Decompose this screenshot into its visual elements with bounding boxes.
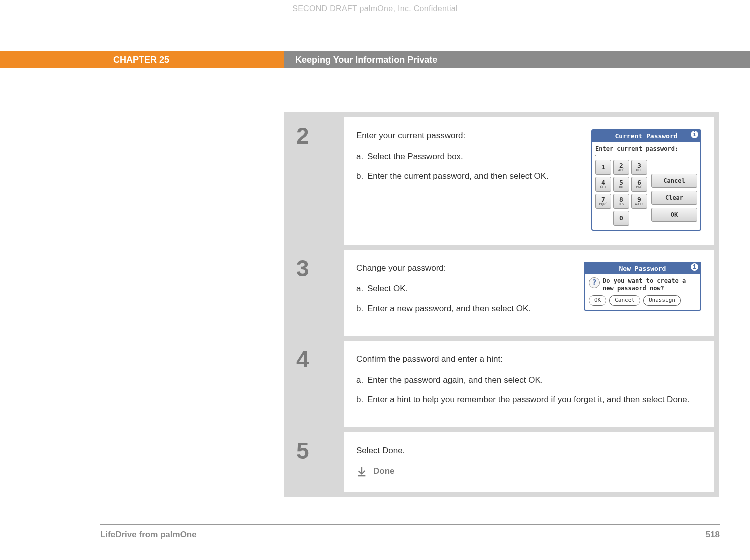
info-icon[interactable]: i — [691, 263, 698, 271]
step-row: 2 Enter your current password: a. Select… — [284, 112, 719, 245]
substep-label: b. — [356, 393, 367, 406]
key-5[interactable]: 5JKL — [613, 177, 629, 192]
key-digit: 8 — [619, 196, 623, 203]
key-digit: 6 — [637, 179, 641, 186]
substep-text: Select the Password box. — [367, 150, 576, 163]
substep: a. Select OK. — [356, 282, 569, 295]
step-lead: Change your password: — [356, 262, 569, 275]
key-letters: GHI — [600, 186, 607, 189]
step-text: Enter your current password: a. Select t… — [356, 129, 576, 231]
cancel-button[interactable]: Cancel — [609, 295, 640, 306]
step-text: Select Done. Done — [356, 444, 701, 478]
key-8[interactable]: 8TUV — [613, 194, 629, 209]
info-icon[interactable]: i — [691, 131, 698, 138]
step-body: Change your password: a. Select OK. b. E… — [344, 250, 714, 336]
done-row: Done — [356, 465, 701, 478]
device-title-bar: Current Password i — [592, 130, 700, 142]
step-number: 5 — [289, 432, 344, 492]
key-digit: 1 — [601, 164, 605, 170]
substep-label: a. — [356, 374, 367, 387]
ok-button[interactable]: OK — [589, 295, 606, 306]
substep-label: a. — [356, 282, 367, 295]
substep-label: b. — [356, 302, 367, 315]
substep-text: Enter the password again, and then selec… — [367, 374, 701, 387]
substep-text: Enter a new password, and then select OK… — [367, 302, 569, 315]
step-number-text: 5 — [296, 438, 309, 464]
step-lead: Enter your current password: — [356, 129, 576, 142]
steps-container: 2 Enter your current password: a. Select… — [284, 112, 719, 497]
step-lead: Select Done. — [356, 444, 701, 457]
header-bar: CHAPTER 25 Keeping Your Information Priv… — [0, 51, 750, 68]
key-7[interactable]: 7PQRS — [595, 194, 611, 209]
key-3[interactable]: 3DEF — [631, 160, 647, 175]
key-6[interactable]: 6MNO — [631, 177, 647, 192]
watermark-text: SECOND DRAFT palmOne, Inc. Confidential — [0, 4, 750, 13]
title-block: Keeping Your Information Private — [284, 51, 750, 68]
key-digit: 0 — [619, 215, 623, 221]
dialog-buttons: OK Cancel Unassign — [585, 294, 700, 310]
chapter-title: Keeping Your Information Private — [295, 55, 437, 65]
ok-button[interactable]: OK — [651, 208, 697, 222]
substep: a. Select the Password box. — [356, 150, 576, 163]
step-number: 3 — [289, 250, 344, 336]
step-row: 3 Change your password: a. Select OK. b.… — [284, 245, 719, 336]
step-lead: Confirm the password and enter a hint: — [356, 353, 701, 366]
done-arrow-icon — [356, 466, 367, 477]
dialog-body: ? Do you want to create a new password n… — [585, 274, 700, 294]
substep: a. Enter the password again, and then se… — [356, 374, 701, 387]
step-number: 2 — [289, 117, 344, 245]
device-title-bar: New Password i — [585, 263, 700, 275]
numeric-keypad: 1 2ABC 3DEF 4GHI 5JKL 6MNO 7PQRS 8TUV 9W… — [595, 160, 647, 226]
device-title-text: Current Password — [615, 132, 677, 140]
footer-product: LifeDrive from palmOne — [100, 530, 197, 540]
device-current-password: Current Password i Enter current passwor… — [591, 129, 701, 231]
key-letters: JKL — [618, 186, 625, 189]
chapter-label: CHAPTER 25 — [113, 55, 169, 65]
substep-label: b. — [356, 170, 367, 183]
question-icon: ? — [589, 277, 600, 288]
substep-text: Select OK. — [367, 282, 569, 295]
footer-page-number: 518 — [706, 530, 720, 540]
key-9[interactable]: 9WXYZ — [631, 194, 647, 209]
key-1[interactable]: 1 — [595, 160, 611, 175]
dialog-question: Do you want to create a new password now… — [603, 277, 696, 292]
clear-button[interactable]: Clear — [651, 191, 697, 205]
chapter-block: CHAPTER 25 — [0, 51, 284, 68]
step-text: Confirm the password and enter a hint: a… — [356, 353, 701, 413]
step-number: 4 — [289, 341, 344, 427]
substep-text: Enter a hint to help you remember the pa… — [367, 393, 701, 406]
key-letters: ABC — [618, 169, 625, 172]
key-digit: 7 — [601, 196, 605, 203]
key-digit: 5 — [619, 179, 623, 186]
device-prompt: Enter current password: — [592, 142, 700, 154]
key-4[interactable]: 4GHI — [595, 177, 611, 192]
step-number-text: 2 — [296, 123, 309, 149]
key-2[interactable]: 2ABC — [613, 160, 629, 175]
substep-text: Enter the current password, and then sel… — [367, 170, 576, 183]
key-digit: 2 — [619, 162, 623, 169]
substep: b. Enter a hint to help you remember the… — [356, 393, 701, 406]
key-letters: MNO — [636, 186, 643, 189]
key-letters: TUV — [618, 203, 625, 206]
side-buttons: Cancel Clear OK — [651, 160, 697, 226]
step-body: Select Done. Done — [344, 432, 714, 492]
key-letters: WXYZ — [635, 203, 644, 206]
unassign-button[interactable]: Unassign — [643, 295, 681, 306]
key-digit: 4 — [601, 179, 605, 186]
step-body: Confirm the password and enter a hint: a… — [344, 341, 714, 427]
substep: b. Enter a new password, and then select… — [356, 302, 569, 315]
cancel-button[interactable]: Cancel — [651, 174, 697, 188]
key-digit: 3 — [637, 162, 641, 169]
device-pad-area: 1 2ABC 3DEF 4GHI 5JKL 6MNO 7PQRS 8TUV 9W… — [592, 160, 700, 230]
key-digit: 9 — [637, 196, 641, 203]
step-text: Change your password: a. Select OK. b. E… — [356, 262, 569, 322]
key-0[interactable]: 0 — [613, 211, 629, 226]
step-body: Enter your current password: a. Select t… — [344, 117, 714, 245]
done-label: Done — [373, 465, 395, 478]
device-new-password: New Password i ? Do you want to create a… — [584, 262, 701, 311]
key-letters: DEF — [636, 169, 643, 172]
password-input-line[interactable] — [595, 155, 697, 156]
substep: b. Enter the current password, and then … — [356, 170, 576, 183]
step-row: 4 Confirm the password and enter a hint:… — [284, 336, 719, 427]
substep-label: a. — [356, 150, 367, 163]
